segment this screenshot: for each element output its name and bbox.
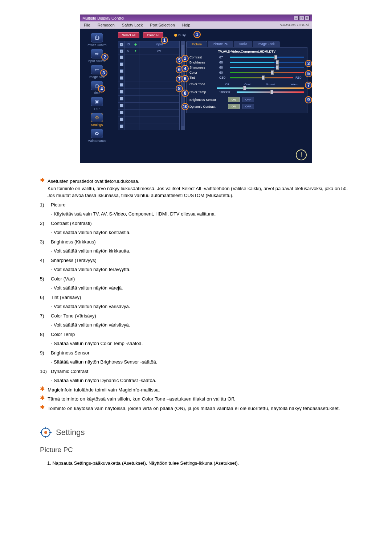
menu-safety-lock[interactable]: Safety Lock <box>118 22 146 28</box>
tab-image-lock[interactable]: Image Lock <box>253 41 280 47</box>
table-row[interactable]: 0 ● AV <box>118 48 179 54</box>
checkbox-icon[interactable] <box>120 69 123 73</box>
table-row[interactable] <box>118 116 179 123</box>
star-icon: ✱ <box>40 178 45 199</box>
list-item: 9)Brightness Sensor <box>40 349 352 357</box>
table-row[interactable] <box>118 75 179 82</box>
slider-thumb[interactable] <box>276 60 279 65</box>
item-desc: - Säätää valitun näytön Brightness Senso… <box>51 358 352 366</box>
maximize-icon[interactable]: □ <box>299 16 304 20</box>
scroll-down-icon[interactable] <box>181 126 184 130</box>
tone-opt-warm[interactable]: Warm <box>291 83 298 86</box>
sidebar-item-input-source[interactable]: ⇨ Input Source 2 <box>87 49 106 63</box>
slider-thumb[interactable] <box>243 86 246 90</box>
cell-input: AV <box>139 48 179 54</box>
checkbox-icon[interactable] <box>120 49 123 53</box>
tab-audio[interactable]: Audio <box>234 41 252 47</box>
image-size-icon: ▭ <box>95 67 99 73</box>
table-row[interactable] <box>118 95 179 102</box>
tab-picture-pc[interactable]: Picture PC <box>208 41 233 47</box>
color-tone-slider[interactable] <box>217 87 304 89</box>
checkbox-icon[interactable] <box>120 83 123 87</box>
tint-label: Tint <box>189 76 217 79</box>
tab-picture[interactable]: Picture <box>186 41 207 47</box>
busy-indicator: Busy <box>174 33 186 37</box>
tone-opt-normal[interactable]: Normal <box>266 83 275 86</box>
clear-all-button[interactable]: Clear All <box>143 32 163 38</box>
item-title: Picture <box>51 201 65 209</box>
menu-port-selection[interactable]: Port Selection <box>146 22 178 28</box>
checkbox-icon[interactable] <box>120 43 123 46</box>
table-row[interactable] <box>118 68 179 75</box>
sidebar-item-power-control[interactable]: ⏻ Power Control <box>86 33 107 47</box>
color-temp-value: 10000K <box>219 90 234 94</box>
sharpness-slider[interactable] <box>230 67 304 68</box>
list-item: 2)Contrast (Kontrasti) <box>40 220 352 227</box>
item-desc: - Voit säätää valitun näytön kontrastia. <box>51 229 352 236</box>
dynamic-contrast-on-button[interactable]: ON <box>228 104 240 109</box>
sidebar-item-time[interactable]: ◷ Time 4 <box>91 81 103 95</box>
app-window: Multiple Display Control – □ × File Remo… <box>80 15 312 163</box>
grid-header-check[interactable] <box>118 41 125 48</box>
maintenance-icon: ✿ <box>95 131 99 136</box>
tone-opt-cool[interactable]: Cool <box>244 83 250 86</box>
slider-thumb[interactable] <box>274 55 277 59</box>
checkbox-icon[interactable] <box>120 104 123 107</box>
table-row[interactable] <box>118 82 179 89</box>
brightness-slider[interactable] <box>230 62 304 63</box>
item-title: Tint (Värisävy) <box>51 294 81 301</box>
tone-opt-off[interactable]: Off <box>225 83 229 86</box>
close-icon[interactable]: × <box>305 16 310 20</box>
checkbox-icon[interactable] <box>120 97 123 100</box>
sidebar-item-maintenance[interactable]: ✿ Maintenance <box>87 129 106 143</box>
scroll-thumb[interactable] <box>181 45 184 56</box>
menu-remocon[interactable]: Remocon <box>94 22 118 28</box>
slider-thumb[interactable] <box>276 65 279 70</box>
color-slider[interactable] <box>230 72 304 73</box>
info-icon[interactable]: ! <box>296 149 307 160</box>
cell-id: 0 <box>125 48 132 54</box>
color-temp-slider[interactable] <box>237 91 304 93</box>
checkbox-icon[interactable] <box>120 90 123 94</box>
color-value: 60 <box>219 71 228 74</box>
brightness-sensor-off-button[interactable]: OFF <box>242 97 254 102</box>
contrast-slider[interactable] <box>230 57 304 58</box>
table-row[interactable] <box>118 89 179 95</box>
table-row[interactable] <box>118 54 179 61</box>
item-title: Sharpness (Terävyys) <box>51 257 97 264</box>
slider-thumb[interactable] <box>270 90 273 94</box>
checkbox-icon[interactable] <box>120 111 123 114</box>
table-row[interactable] <box>118 102 179 109</box>
table-row[interactable] <box>118 61 179 68</box>
settings-panel-wrap: 1 Picture Picture PC Audio Image Lock TV… <box>186 41 307 130</box>
paragraph: Asetusten perustiedot ovat tietoruudukos… <box>48 178 352 185</box>
select-all-button[interactable]: Select All <box>118 32 139 38</box>
sidebar-item-image-size[interactable]: ▭ Image Size 3 <box>89 65 105 79</box>
item-number: 6) <box>40 294 48 301</box>
slider-thumb[interactable] <box>271 70 274 75</box>
checkbox-icon[interactable] <box>120 62 123 66</box>
checkbox-icon[interactable] <box>120 76 123 80</box>
dynamic-contrast-off-button[interactable]: OFF <box>242 104 254 109</box>
color-temp-label: Color Temp <box>189 90 217 94</box>
checkbox-icon[interactable] <box>120 124 123 128</box>
item-title: Brightness (Kirkkaus) <box>51 238 96 246</box>
minimize-icon[interactable]: – <box>294 16 299 20</box>
contrast-value: 67 <box>219 56 228 59</box>
item-number: 7) <box>40 312 48 320</box>
callout-side-3: 3 <box>100 69 107 77</box>
menu-help[interactable]: Help <box>179 22 194 28</box>
menu-file[interactable]: File <box>80 22 94 28</box>
tint-slider[interactable] <box>230 77 293 78</box>
scroll-up-icon[interactable] <box>181 41 184 45</box>
callout-panel-10: 10 <box>181 103 189 110</box>
slider-thumb[interactable] <box>262 75 265 80</box>
table-row[interactable] <box>118 123 179 130</box>
sidebar-item-pip[interactable]: ▣ PIP <box>91 97 103 111</box>
brightness-sensor-on-button[interactable]: ON <box>228 97 240 102</box>
checkbox-icon[interactable] <box>120 118 123 121</box>
sidebar-item-settings[interactable]: ⚙ Settings <box>91 113 103 127</box>
callout-panel-4: 4 <box>181 65 189 72</box>
checkbox-icon[interactable] <box>120 56 123 59</box>
table-row[interactable] <box>118 109 179 116</box>
